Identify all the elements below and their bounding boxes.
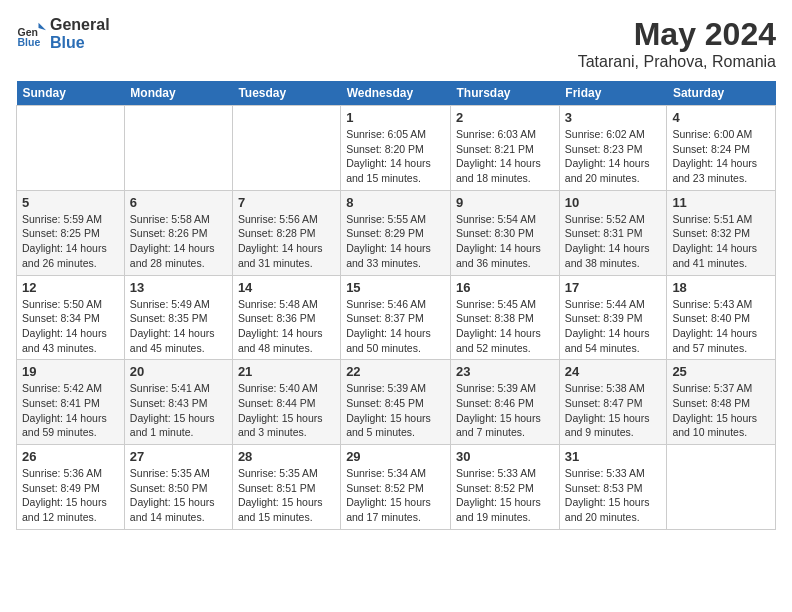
cell-info: Sunrise: 5:41 AM Sunset: 8:43 PM Dayligh… (130, 381, 227, 440)
calendar-cell: 31Sunrise: 5:33 AM Sunset: 8:53 PM Dayli… (559, 445, 667, 530)
cell-info: Sunrise: 5:55 AM Sunset: 8:29 PM Dayligh… (346, 212, 445, 271)
week-row-2: 5Sunrise: 5:59 AM Sunset: 8:25 PM Daylig… (17, 190, 776, 275)
svg-text:Blue: Blue (18, 36, 41, 48)
calendar-cell: 28Sunrise: 5:35 AM Sunset: 8:51 PM Dayli… (232, 445, 340, 530)
day-number: 12 (22, 280, 119, 295)
day-number: 20 (130, 364, 227, 379)
day-number: 23 (456, 364, 554, 379)
cell-info: Sunrise: 5:46 AM Sunset: 8:37 PM Dayligh… (346, 297, 445, 356)
col-header-saturday: Saturday (667, 81, 776, 106)
day-number: 10 (565, 195, 662, 210)
day-number: 22 (346, 364, 445, 379)
cell-info: Sunrise: 5:50 AM Sunset: 8:34 PM Dayligh… (22, 297, 119, 356)
calendar-cell: 27Sunrise: 5:35 AM Sunset: 8:50 PM Dayli… (124, 445, 232, 530)
calendar-cell: 24Sunrise: 5:38 AM Sunset: 8:47 PM Dayli… (559, 360, 667, 445)
cell-info: Sunrise: 5:49 AM Sunset: 8:35 PM Dayligh… (130, 297, 227, 356)
day-number: 4 (672, 110, 770, 125)
day-number: 15 (346, 280, 445, 295)
calendar-cell: 8Sunrise: 5:55 AM Sunset: 8:29 PM Daylig… (341, 190, 451, 275)
day-number: 2 (456, 110, 554, 125)
cell-info: Sunrise: 5:45 AM Sunset: 8:38 PM Dayligh… (456, 297, 554, 356)
calendar-cell: 12Sunrise: 5:50 AM Sunset: 8:34 PM Dayli… (17, 275, 125, 360)
day-number: 29 (346, 449, 445, 464)
day-number: 14 (238, 280, 335, 295)
cell-info: Sunrise: 5:58 AM Sunset: 8:26 PM Dayligh… (130, 212, 227, 271)
day-number: 5 (22, 195, 119, 210)
page-header: Gen Blue General Blue May 2024 Tatarani,… (16, 16, 776, 71)
week-row-1: 1Sunrise: 6:05 AM Sunset: 8:20 PM Daylig… (17, 106, 776, 191)
col-header-thursday: Thursday (451, 81, 560, 106)
calendar-cell: 1Sunrise: 6:05 AM Sunset: 8:20 PM Daylig… (341, 106, 451, 191)
calendar-cell: 25Sunrise: 5:37 AM Sunset: 8:48 PM Dayli… (667, 360, 776, 445)
calendar-cell: 5Sunrise: 5:59 AM Sunset: 8:25 PM Daylig… (17, 190, 125, 275)
calendar-cell: 4Sunrise: 6:00 AM Sunset: 8:24 PM Daylig… (667, 106, 776, 191)
col-header-friday: Friday (559, 81, 667, 106)
day-number: 7 (238, 195, 335, 210)
calendar-table: SundayMondayTuesdayWednesdayThursdayFrid… (16, 81, 776, 530)
day-number: 11 (672, 195, 770, 210)
cell-info: Sunrise: 5:59 AM Sunset: 8:25 PM Dayligh… (22, 212, 119, 271)
cell-info: Sunrise: 5:48 AM Sunset: 8:36 PM Dayligh… (238, 297, 335, 356)
week-row-4: 19Sunrise: 5:42 AM Sunset: 8:41 PM Dayli… (17, 360, 776, 445)
calendar-cell: 6Sunrise: 5:58 AM Sunset: 8:26 PM Daylig… (124, 190, 232, 275)
title-block: May 2024 Tatarani, Prahova, Romania (578, 16, 776, 71)
cell-info: Sunrise: 5:44 AM Sunset: 8:39 PM Dayligh… (565, 297, 662, 356)
col-header-tuesday: Tuesday (232, 81, 340, 106)
calendar-header-row: SundayMondayTuesdayWednesdayThursdayFrid… (17, 81, 776, 106)
day-number: 8 (346, 195, 445, 210)
logo-icon: Gen Blue (16, 19, 46, 49)
calendar-cell (667, 445, 776, 530)
calendar-cell: 26Sunrise: 5:36 AM Sunset: 8:49 PM Dayli… (17, 445, 125, 530)
logo: Gen Blue General Blue (16, 16, 110, 52)
day-number: 25 (672, 364, 770, 379)
calendar-cell: 16Sunrise: 5:45 AM Sunset: 8:38 PM Dayli… (451, 275, 560, 360)
cell-info: Sunrise: 5:35 AM Sunset: 8:50 PM Dayligh… (130, 466, 227, 525)
cell-info: Sunrise: 6:02 AM Sunset: 8:23 PM Dayligh… (565, 127, 662, 186)
cell-info: Sunrise: 5:33 AM Sunset: 8:52 PM Dayligh… (456, 466, 554, 525)
cell-info: Sunrise: 6:00 AM Sunset: 8:24 PM Dayligh… (672, 127, 770, 186)
day-number: 3 (565, 110, 662, 125)
week-row-5: 26Sunrise: 5:36 AM Sunset: 8:49 PM Dayli… (17, 445, 776, 530)
cell-info: Sunrise: 5:56 AM Sunset: 8:28 PM Dayligh… (238, 212, 335, 271)
calendar-cell: 23Sunrise: 5:39 AM Sunset: 8:46 PM Dayli… (451, 360, 560, 445)
cell-info: Sunrise: 5:39 AM Sunset: 8:45 PM Dayligh… (346, 381, 445, 440)
calendar-cell: 21Sunrise: 5:40 AM Sunset: 8:44 PM Dayli… (232, 360, 340, 445)
calendar-cell: 29Sunrise: 5:34 AM Sunset: 8:52 PM Dayli… (341, 445, 451, 530)
cell-info: Sunrise: 5:36 AM Sunset: 8:49 PM Dayligh… (22, 466, 119, 525)
cell-info: Sunrise: 5:35 AM Sunset: 8:51 PM Dayligh… (238, 466, 335, 525)
col-header-sunday: Sunday (17, 81, 125, 106)
calendar-cell: 7Sunrise: 5:56 AM Sunset: 8:28 PM Daylig… (232, 190, 340, 275)
day-number: 18 (672, 280, 770, 295)
cell-info: Sunrise: 5:39 AM Sunset: 8:46 PM Dayligh… (456, 381, 554, 440)
cell-info: Sunrise: 5:52 AM Sunset: 8:31 PM Dayligh… (565, 212, 662, 271)
calendar-cell (124, 106, 232, 191)
svg-marker-1 (39, 23, 47, 31)
day-number: 9 (456, 195, 554, 210)
cell-info: Sunrise: 5:51 AM Sunset: 8:32 PM Dayligh… (672, 212, 770, 271)
cell-info: Sunrise: 5:38 AM Sunset: 8:47 PM Dayligh… (565, 381, 662, 440)
cell-info: Sunrise: 5:37 AM Sunset: 8:48 PM Dayligh… (672, 381, 770, 440)
col-header-monday: Monday (124, 81, 232, 106)
calendar-cell: 9Sunrise: 5:54 AM Sunset: 8:30 PM Daylig… (451, 190, 560, 275)
day-number: 26 (22, 449, 119, 464)
cell-info: Sunrise: 5:42 AM Sunset: 8:41 PM Dayligh… (22, 381, 119, 440)
day-number: 31 (565, 449, 662, 464)
calendar-cell (232, 106, 340, 191)
day-number: 24 (565, 364, 662, 379)
cell-info: Sunrise: 5:33 AM Sunset: 8:53 PM Dayligh… (565, 466, 662, 525)
calendar-cell: 30Sunrise: 5:33 AM Sunset: 8:52 PM Dayli… (451, 445, 560, 530)
day-number: 16 (456, 280, 554, 295)
col-header-wednesday: Wednesday (341, 81, 451, 106)
calendar-cell: 2Sunrise: 6:03 AM Sunset: 8:21 PM Daylig… (451, 106, 560, 191)
logo-general: General (50, 16, 110, 34)
cell-info: Sunrise: 5:40 AM Sunset: 8:44 PM Dayligh… (238, 381, 335, 440)
calendar-cell: 10Sunrise: 5:52 AM Sunset: 8:31 PM Dayli… (559, 190, 667, 275)
week-row-3: 12Sunrise: 5:50 AM Sunset: 8:34 PM Dayli… (17, 275, 776, 360)
day-number: 19 (22, 364, 119, 379)
main-title: May 2024 (578, 16, 776, 53)
day-number: 1 (346, 110, 445, 125)
cell-info: Sunrise: 6:03 AM Sunset: 8:21 PM Dayligh… (456, 127, 554, 186)
calendar-cell: 19Sunrise: 5:42 AM Sunset: 8:41 PM Dayli… (17, 360, 125, 445)
cell-info: Sunrise: 5:34 AM Sunset: 8:52 PM Dayligh… (346, 466, 445, 525)
day-number: 6 (130, 195, 227, 210)
